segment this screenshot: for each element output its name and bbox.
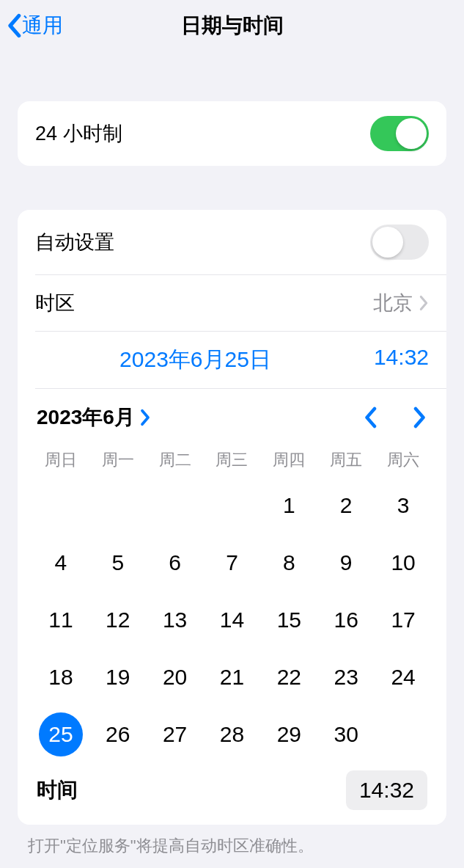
- calendar-day[interactable]: 25: [32, 706, 89, 763]
- calendar-day[interactable]: 30: [317, 706, 375, 763]
- calendar-day[interactable]: 22: [260, 649, 317, 706]
- calendar-day[interactable]: 1: [260, 477, 317, 534]
- back-label: 通用: [22, 12, 63, 40]
- calendar-day[interactable]: 15: [260, 591, 317, 649]
- row-auto: 自动设置: [18, 210, 446, 274]
- chevron-left-icon: [6, 13, 22, 38]
- calendar-empty: [147, 477, 204, 534]
- calendar-day[interactable]: 6: [147, 534, 204, 591]
- label-auto: 自动设置: [35, 229, 114, 255]
- calendar-day[interactable]: 21: [204, 649, 261, 706]
- calendar-day[interactable]: 17: [375, 591, 432, 649]
- calendar-day[interactable]: 20: [147, 649, 204, 706]
- calendar-empty: [32, 477, 89, 534]
- chevron-right-icon: [139, 409, 151, 426]
- calendar-day[interactable]: 2: [317, 477, 375, 534]
- weekday-label: 周一: [89, 449, 147, 471]
- calendar-day[interactable]: 24: [375, 649, 432, 706]
- value-timezone: 北京: [373, 290, 413, 316]
- time-picker-button[interactable]: 14:32: [346, 770, 427, 810]
- weekday-label: 周日: [32, 449, 89, 471]
- calendar-day[interactable]: 12: [89, 591, 147, 649]
- calendar-day[interactable]: 14: [204, 591, 261, 649]
- footer-hint: 打开"定位服务"将提高自动时区准确性。: [0, 825, 464, 867]
- calendar-empty: [89, 477, 147, 534]
- month-picker-button[interactable]: 2023年6月: [37, 404, 151, 431]
- calendar-day[interactable]: 26: [89, 706, 147, 763]
- chevron-right-icon: [419, 295, 429, 311]
- calendar-day[interactable]: 4: [32, 534, 89, 591]
- calendar-day[interactable]: 18: [32, 649, 89, 706]
- row-24h: 24 小时制: [18, 101, 446, 166]
- calendar-day[interactable]: 23: [317, 649, 375, 706]
- toggle-auto[interactable]: [370, 225, 429, 260]
- calendar-day[interactable]: 3: [375, 477, 432, 534]
- weekday-label: 周五: [317, 449, 375, 471]
- calendar-day[interactable]: 11: [32, 591, 89, 649]
- toggle-24h[interactable]: [370, 116, 429, 151]
- calendar-day[interactable]: 7: [204, 534, 261, 591]
- selected-date[interactable]: 2023年6月25日: [35, 345, 356, 375]
- calendar-day[interactable]: 9: [317, 534, 375, 591]
- row-datetime: 2023年6月25日 14:32: [18, 332, 446, 388]
- calendar-empty: [204, 477, 261, 534]
- back-button[interactable]: 通用: [0, 12, 63, 40]
- month-label: 2023年6月: [37, 404, 135, 431]
- weekday-label: 周三: [204, 449, 261, 471]
- calendar-day[interactable]: 8: [260, 534, 317, 591]
- calendar-day[interactable]: 13: [147, 591, 204, 649]
- calendar-day[interactable]: 28: [204, 706, 261, 763]
- next-month-button[interactable]: [413, 406, 427, 428]
- weekday-label: 周六: [375, 449, 432, 471]
- time-label: 时间: [37, 776, 78, 804]
- calendar-day[interactable]: 27: [147, 706, 204, 763]
- prev-month-button[interactable]: [363, 406, 378, 428]
- selected-time[interactable]: 14:32: [356, 345, 429, 375]
- calendar-day[interactable]: 10: [375, 534, 432, 591]
- row-timezone[interactable]: 时区 北京: [18, 275, 446, 331]
- page-title: 日期与时间: [0, 12, 464, 40]
- label-timezone: 时区: [35, 290, 75, 316]
- calendar-day[interactable]: 19: [89, 649, 147, 706]
- calendar-day[interactable]: 16: [317, 591, 375, 649]
- calendar-day[interactable]: 5: [89, 534, 147, 591]
- weekday-label: 周四: [260, 449, 317, 471]
- weekday-label: 周二: [147, 449, 204, 471]
- calendar-day[interactable]: 29: [260, 706, 317, 763]
- label-24h: 24 小时制: [35, 120, 122, 147]
